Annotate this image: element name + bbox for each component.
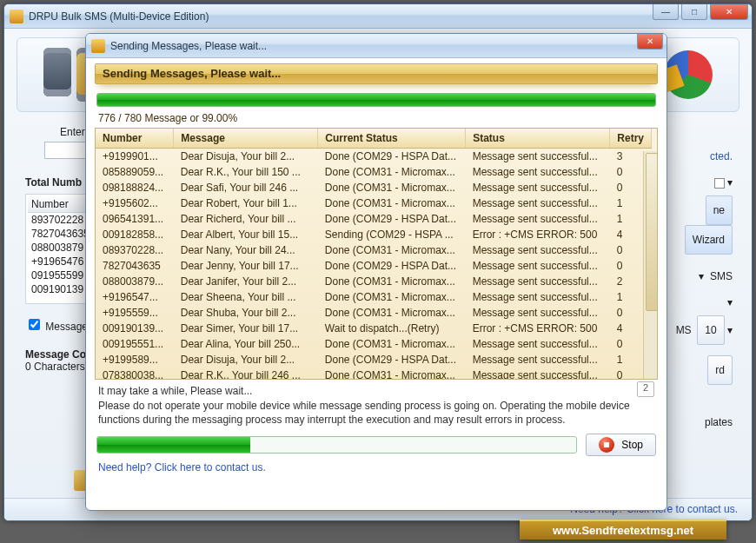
count-select[interactable]: 10 xyxy=(697,315,724,345)
table-cell: Dear Nany, Your bill 24... xyxy=(174,242,318,258)
table-row[interactable]: 7827043635Dear Jenny, Your bill 17...Don… xyxy=(96,258,652,274)
messages-table: Number Message Current Status Status Ret… xyxy=(96,129,652,380)
table-cell: Dear Shuba, Your bill 2... xyxy=(174,305,318,321)
pie-chart-icon xyxy=(664,50,713,99)
table-cell: Message sent successful... xyxy=(466,149,610,165)
table-cell: Error : +CMS ERROR: 500 xyxy=(466,321,610,336)
table-cell: +9195602... xyxy=(96,195,174,211)
col-status[interactable]: Status xyxy=(466,129,610,149)
status-banner: Sending Messages, Please wait... xyxy=(95,63,658,84)
table-row[interactable]: +9196547...Dear Sheena, Your bill ...Don… xyxy=(96,289,652,305)
col-number[interactable]: Number xyxy=(96,129,174,149)
partial-text: SMS xyxy=(710,270,733,282)
table-cell: Done (COM31 - Micromax... xyxy=(318,289,466,305)
table-row[interactable]: 009190139...Dear Simer, Your bill 17...W… xyxy=(96,321,652,336)
maximize-button[interactable]: □ xyxy=(681,4,707,20)
table-row[interactable]: 089370228...Dear Nany, Your bill 24...Do… xyxy=(96,242,652,258)
partial-button[interactable]: rd xyxy=(707,355,733,385)
table-row[interactable]: 085889059...Dear R.K., Your bill 150 ...… xyxy=(96,164,652,180)
table-cell: Message sent successful... xyxy=(466,180,610,195)
table-cell: +9196547... xyxy=(96,289,174,305)
table-cell: Message sent successful... xyxy=(466,164,610,180)
close-button[interactable]: ✕ xyxy=(710,4,748,20)
table-row[interactable]: +9195559...Dear Shuba, Your bill 2...Don… xyxy=(96,305,652,321)
table-cell: Dear Albert, Your bill 15... xyxy=(174,227,318,242)
table-cell: Dear Richerd, Your bill ... xyxy=(174,211,318,227)
dialog-close-button[interactable]: ✕ xyxy=(637,34,663,50)
table-row[interactable]: +9199589...Dear Disuja, Your bill 2...Do… xyxy=(96,352,652,368)
table-cell: 009195551... xyxy=(96,336,174,352)
table-cell: 7827043635 xyxy=(96,258,174,274)
table-row[interactable]: 096541391...Dear Richerd, Your bill ...D… xyxy=(96,211,652,227)
table-cell: Dear R.K., Your bill 150 ... xyxy=(174,164,318,180)
col-retry[interactable]: Retry xyxy=(610,129,652,149)
table-cell: 009190139... xyxy=(96,321,174,336)
table-cell: Dear Sheena, Your bill ... xyxy=(174,289,318,305)
table-cell: +9199901... xyxy=(96,149,174,165)
dialog-titlebar[interactable]: Sending Messages, Please wait... ✕ xyxy=(86,34,666,58)
table-cell: 088003879... xyxy=(96,274,174,289)
partial-button[interactable]: ne xyxy=(706,195,733,225)
minimize-button[interactable]: ― xyxy=(653,4,679,20)
stop-button[interactable]: Stop xyxy=(586,434,656,456)
table-cell: Dear Janifer, Your bill 2... xyxy=(174,274,318,289)
main-titlebar[interactable]: DRPU Bulk SMS (Multi-Device Edition) ― □… xyxy=(4,4,752,29)
table-row[interactable]: 098188824...Dear Safi, Your bill 246 ...… xyxy=(96,180,652,195)
table-cell: Sending (COM29 - HSPA ... xyxy=(318,227,466,242)
right-panel-partial: cted. ▾ ne Wizard ▾ SMS ▾ MS 10 ▾ rd pla… xyxy=(676,143,733,435)
table-cell: Wait to dispatch...(Retry) xyxy=(318,321,466,336)
table-cell: 089370228... xyxy=(96,242,174,258)
table-cell: Dear Alina, Your bill 250... xyxy=(174,336,318,352)
table-cell: Message sent successful... xyxy=(466,258,610,274)
table-cell: 085889059... xyxy=(96,164,174,180)
watermark-url: www.Sendfreetextmsg.net xyxy=(520,520,726,540)
message-checkbox[interactable] xyxy=(29,319,40,330)
partial-text: plates xyxy=(705,416,733,428)
secondary-progress-bar xyxy=(96,436,577,454)
progress-text: 776 / 780 Message or 99.00% xyxy=(98,112,654,124)
dialog-title: Sending Messages, Please wait... xyxy=(110,40,267,52)
table-row[interactable]: 088003879...Dear Janifer, Your bill 2...… xyxy=(96,274,652,289)
phone-icon xyxy=(43,48,71,96)
table-cell: Dear Disuja, Your bill 2... xyxy=(174,352,318,368)
table-row[interactable]: +9195602...Dear Robert, Your bill 1...Do… xyxy=(96,195,652,211)
table-cell: 096541391... xyxy=(96,211,174,227)
table-cell: Dear Disuja, Your bill 2... xyxy=(174,149,318,165)
table-cell: Done (COM31 - Micromax... xyxy=(318,305,466,321)
table-cell: Message sent successful... xyxy=(466,211,610,227)
overall-progress-bar xyxy=(96,93,656,107)
table-cell: Done (COM31 - Micromax... xyxy=(318,274,466,289)
col-current-status[interactable]: Current Status xyxy=(318,129,466,149)
partial-text: MS xyxy=(676,324,692,336)
table-cell: Message sent successful... xyxy=(466,352,610,368)
table-cell: Done (COM31 - Micromax... xyxy=(318,336,466,352)
table-cell: +9195559... xyxy=(96,305,174,321)
stop-icon xyxy=(599,437,614,453)
table-row[interactable]: +9199901...Dear Disuja, Your bill 2...Do… xyxy=(96,149,652,165)
dialog-help-link[interactable]: Need help? Click here to contact us. xyxy=(98,461,266,473)
wait-text: It may take a while, Please wait... 2 xyxy=(98,385,654,397)
sending-dialog: Sending Messages, Please wait... ✕ Sendi… xyxy=(85,33,667,511)
table-cell: 009182858... xyxy=(96,227,174,242)
partial-button[interactable]: Wizard xyxy=(685,225,733,255)
table-scrollbar[interactable] xyxy=(643,151,657,379)
messages-table-wrap: Number Message Current Status Status Ret… xyxy=(95,128,658,380)
table-cell: Dear Jenny, Your bill 17... xyxy=(174,258,318,274)
table-row[interactable]: 009182858...Dear Albert, Your bill 15...… xyxy=(96,227,652,242)
table-cell: Dear Simer, Your bill 17... xyxy=(174,321,318,336)
table-cell: 098188824... xyxy=(96,180,174,195)
retry-count-badge: 2 xyxy=(637,381,654,397)
table-row[interactable]: 009195551...Dear Alina, Your bill 250...… xyxy=(96,336,652,352)
app-icon xyxy=(10,10,23,23)
col-message[interactable]: Message xyxy=(174,129,318,149)
table-cell: Error : +CMS ERROR: 500 xyxy=(466,227,610,242)
table-cell: Done (COM31 - Micromax... xyxy=(318,368,466,380)
table-cell: Message sent successful... xyxy=(466,195,610,211)
table-cell: Dear Safi, Your bill 246 ... xyxy=(174,180,318,195)
table-cell: 078380038... xyxy=(96,368,174,380)
table-cell: Done (COM29 - HSPA Dat... xyxy=(318,211,466,227)
table-cell: Done (COM31 - Micromax... xyxy=(318,195,466,211)
table-cell: Dear R.K., Your bill 246 ... xyxy=(174,368,318,380)
message-checkbox-label: Message xyxy=(45,321,88,333)
table-row[interactable]: 078380038...Dear R.K., Your bill 246 ...… xyxy=(96,368,652,380)
